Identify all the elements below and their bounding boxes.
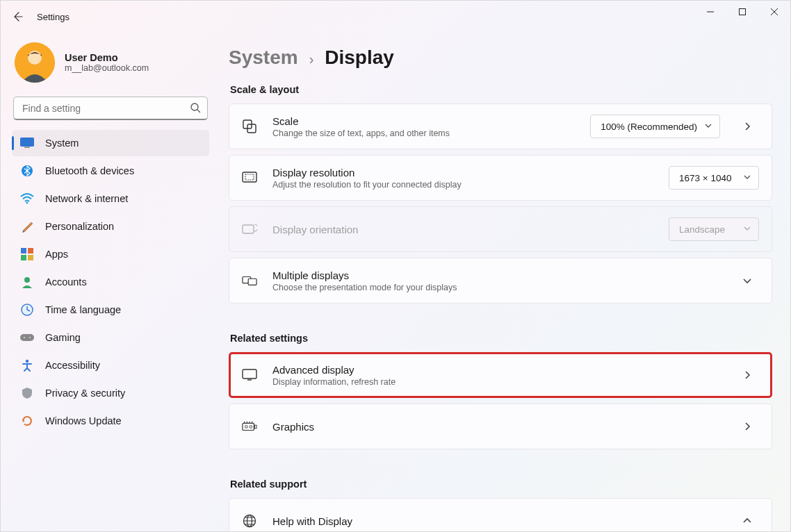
navigate-button[interactable]: [735, 422, 759, 431]
sidebar-item-update[interactable]: Windows Update: [12, 408, 209, 434]
sidebar-item-label: Apps: [45, 249, 68, 260]
chevron-down-icon: [743, 173, 751, 183]
search-input[interactable]: [13, 97, 208, 120]
card-title: Scale: [272, 115, 575, 127]
card-title: Multiple displays: [272, 269, 720, 281]
system-icon: [20, 136, 34, 150]
svg-rect-9: [28, 248, 33, 253]
sidebar-item-label: Time & language: [45, 304, 121, 315]
settings-window: Settings User Demo m__lab@out: [0, 0, 791, 532]
dropdown-value: 1673 × 1040: [679, 173, 731, 183]
back-arrow-icon: [12, 11, 23, 22]
bluetooth-icon: [20, 164, 34, 178]
sidebar-item-privacy[interactable]: Privacy & security: [12, 380, 209, 406]
minimize-button[interactable]: [694, 1, 726, 23]
breadcrumb-parent[interactable]: System: [229, 47, 298, 69]
account-icon: [20, 275, 34, 289]
accessibility-icon: [20, 358, 34, 372]
multiple-displays-icon: [242, 274, 257, 287]
sidebar-item-label: Accessibility: [45, 360, 100, 371]
resolution-icon: [242, 172, 257, 184]
user-email: m__lab@outlook.com: [65, 63, 149, 73]
sidebar-item-time[interactable]: Time & language: [12, 297, 209, 323]
card-title: Display resolution: [272, 167, 653, 178]
card-title: Advanced display: [272, 364, 720, 376]
card-desc: Choose the presentation mode for your di…: [272, 283, 720, 292]
avatar-icon: [15, 42, 55, 83]
globe-icon: [242, 514, 257, 528]
apps-icon: [20, 247, 34, 261]
sidebar-item-label: Network & internet: [45, 193, 128, 204]
clock-icon: [20, 303, 34, 317]
card-scale[interactable]: Scale Change the size of text, apps, and…: [229, 103, 772, 149]
sidebar: User Demo m__lab@outlook.com System Blue…: [1, 33, 216, 531]
card-multiple-displays[interactable]: Multiple displays Choose the presentatio…: [229, 258, 772, 304]
card-desc: Adjust the resolution to fit your connec…: [272, 180, 653, 190]
card-help-display[interactable]: Help with Display: [229, 498, 772, 531]
sidebar-item-label: Personalization: [45, 221, 114, 232]
titlebar: Settings: [1, 1, 790, 33]
orientation-dropdown: Landscape: [669, 217, 759, 241]
svg-rect-0: [740, 9, 746, 15]
sidebar-item-gaming[interactable]: Gaming: [12, 324, 209, 351]
svg-rect-24: [248, 279, 256, 285]
card-title: Help with Display: [272, 515, 720, 527]
svg-point-28: [250, 426, 252, 429]
user-name: User Demo: [65, 52, 149, 63]
sidebar-item-accounts[interactable]: Accounts: [12, 269, 209, 295]
sidebar-item-label: System: [45, 138, 79, 149]
card-advanced-display[interactable]: Advanced display Display information, re…: [229, 352, 772, 398]
chevron-down-icon: [704, 122, 712, 132]
shield-icon: [20, 386, 34, 400]
svg-point-12: [24, 277, 30, 283]
card-title: Graphics: [272, 421, 720, 433]
scale-icon: [242, 119, 257, 134]
close-button[interactable]: [758, 1, 790, 23]
svg-point-15: [24, 337, 25, 338]
sidebar-item-system[interactable]: System: [12, 130, 209, 156]
navigate-button[interactable]: [735, 370, 759, 380]
sidebar-item-label: Gaming: [45, 332, 81, 343]
sidebar-item-network[interactable]: Network & internet: [12, 185, 209, 212]
svg-rect-10: [21, 255, 26, 260]
search-icon: [190, 102, 201, 116]
card-orientation: Display orientation Landscape: [229, 206, 772, 252]
graphics-icon: [242, 420, 257, 433]
user-account-row[interactable]: User Demo m__lab@outlook.com: [12, 38, 209, 92]
maximize-button[interactable]: [726, 1, 758, 23]
sidebar-item-accessibility[interactable]: Accessibility: [12, 352, 209, 379]
sidebar-item-apps[interactable]: Apps: [12, 241, 209, 267]
avatar: [15, 42, 55, 83]
svg-rect-25: [243, 369, 256, 379]
back-button[interactable]: [6, 6, 28, 28]
card-graphics[interactable]: Graphics: [229, 404, 772, 449]
expand-button[interactable]: [735, 276, 759, 285]
svg-rect-5: [24, 147, 30, 149]
svg-point-7: [26, 202, 28, 204]
expand-button[interactable]: [735, 122, 759, 131]
window-controls: [694, 1, 790, 23]
dropdown-value: Landscape: [679, 224, 725, 235]
svg-point-27: [245, 426, 248, 429]
section-scale-layout: Scale & layout: [230, 84, 772, 95]
sidebar-item-personalization[interactable]: Personalization: [12, 213, 209, 240]
resolution-dropdown[interactable]: 1673 × 1040: [669, 166, 759, 190]
content-area[interactable]: System › Display Scale & layout Scale Ch…: [216, 33, 790, 531]
svg-rect-4: [21, 138, 34, 147]
svg-rect-8: [21, 248, 26, 253]
sidebar-item-bluetooth[interactable]: Bluetooth & devices: [12, 158, 209, 184]
sidebar-item-label: Windows Update: [45, 415, 122, 426]
orientation-icon: [242, 223, 257, 235]
svg-rect-29: [254, 425, 256, 429]
svg-point-17: [26, 360, 28, 363]
card-resolution[interactable]: Display resolution Adjust the resolution…: [229, 155, 772, 201]
section-related-support: Related support: [230, 479, 772, 490]
collapse-button[interactable]: [735, 516, 759, 526]
dropdown-value: 100% (Recommended): [601, 122, 697, 132]
svg-point-3: [191, 103, 198, 110]
svg-point-16: [29, 337, 31, 338]
scale-dropdown[interactable]: 100% (Recommended): [590, 115, 720, 138]
update-icon: [20, 414, 34, 428]
paintbrush-icon: [20, 219, 34, 233]
card-desc: Display information, refresh rate: [272, 377, 720, 387]
